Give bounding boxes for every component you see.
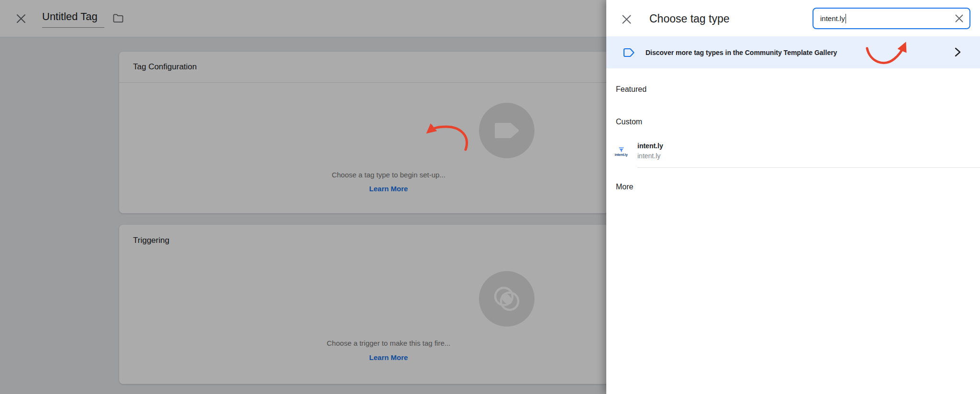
section-more: More bbox=[616, 183, 633, 191]
search-clear-button[interactable] bbox=[955, 14, 964, 23]
search-input-value: intent.ly bbox=[820, 14, 845, 22]
text-caret bbox=[846, 14, 846, 23]
choose-tag-type-panel: Choose tag type intent.ly Discover more … bbox=[606, 0, 980, 394]
panel-title: Choose tag type bbox=[649, 12, 730, 25]
funnel-icon bbox=[618, 147, 624, 153]
template-item-subtitle: intent.ly bbox=[637, 152, 660, 160]
close-icon bbox=[622, 14, 632, 24]
section-featured: Featured bbox=[616, 85, 646, 94]
template-item-title: intent.ly bbox=[637, 142, 663, 150]
gallery-tag-icon bbox=[623, 47, 635, 58]
community-gallery-banner[interactable]: Discover more tag types in the Community… bbox=[606, 36, 980, 68]
intently-logo: intent.ly bbox=[614, 145, 628, 159]
banner-text: Discover more tag types in the Community… bbox=[646, 49, 837, 56]
chevron-right-icon bbox=[953, 47, 962, 59]
modal-dim-overlay bbox=[0, 0, 606, 394]
close-panel-button[interactable] bbox=[620, 13, 633, 25]
template-list-item-intently[interactable]: intent.ly intent.ly intent.ly bbox=[606, 140, 980, 167]
search-input[interactable]: intent.ly bbox=[813, 8, 970, 29]
clear-icon bbox=[955, 14, 964, 23]
section-custom: Custom bbox=[616, 118, 642, 126]
list-divider bbox=[637, 167, 980, 168]
gtm-tag-editor: Untitled Tag Tag Configuration Choose a … bbox=[0, 0, 980, 394]
